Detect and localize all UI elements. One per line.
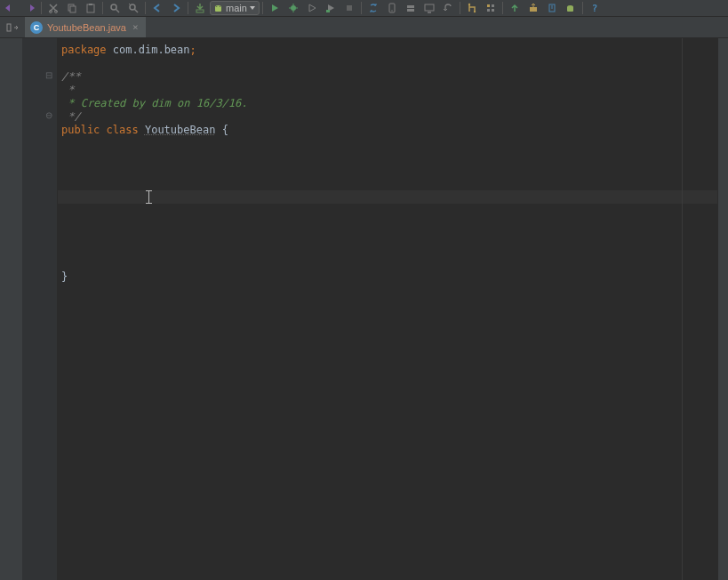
structure-icon[interactable] xyxy=(482,1,500,15)
svg-rect-3 xyxy=(70,6,76,12)
close-tab-icon[interactable]: × xyxy=(131,21,140,33)
svg-point-11 xyxy=(216,6,217,7)
right-margin-line xyxy=(682,38,683,580)
code-line[interactable] xyxy=(58,150,717,164)
svg-rect-18 xyxy=(326,10,330,12)
build-icon[interactable] xyxy=(191,1,209,15)
code-line[interactable]: } xyxy=(58,270,717,284)
separator xyxy=(361,2,362,14)
sdk-icon[interactable] xyxy=(402,1,420,15)
separator xyxy=(102,2,103,14)
editor-tab-strip: C YoutubeBean.java × xyxy=(0,17,728,38)
help-icon[interactable]: ? xyxy=(586,1,604,15)
paste-icon[interactable] xyxy=(82,1,100,15)
class-file-icon: C xyxy=(30,21,43,34)
svg-line-7 xyxy=(116,9,119,12)
separator xyxy=(188,2,188,14)
code-line[interactable]: * Created by dim on 16/3/16. xyxy=(58,97,717,110)
svg-point-26 xyxy=(468,4,470,5)
separator xyxy=(582,2,583,14)
separator xyxy=(145,2,146,14)
avd-icon[interactable] xyxy=(383,1,401,15)
cut-icon[interactable] xyxy=(44,1,62,15)
redo-icon[interactable] xyxy=(20,1,38,15)
separator xyxy=(460,2,460,14)
fold-toggle-icon[interactable]: ⊟ xyxy=(45,70,52,80)
svg-rect-32 xyxy=(530,7,537,12)
sync-icon[interactable] xyxy=(364,1,382,15)
svg-rect-4 xyxy=(87,4,94,12)
svg-rect-37 xyxy=(7,24,11,31)
svg-rect-22 xyxy=(407,5,414,8)
run-icon[interactable] xyxy=(266,1,284,15)
code-line[interactable] xyxy=(58,244,717,257)
separator xyxy=(262,2,263,14)
code-line[interactable] xyxy=(58,164,717,177)
forward-icon[interactable] xyxy=(167,1,185,15)
copy-icon[interactable] xyxy=(63,1,81,15)
android-device-icon[interactable] xyxy=(562,1,580,15)
tab-label: YoutubeBean.java xyxy=(47,22,126,33)
svg-point-27 xyxy=(474,11,476,12)
commit-icon[interactable] xyxy=(524,1,542,15)
run-config-selector[interactable]: main xyxy=(210,1,260,15)
update-icon[interactable] xyxy=(506,1,524,15)
svg-rect-24 xyxy=(425,4,434,11)
undo-icon[interactable] xyxy=(2,1,20,15)
svg-rect-23 xyxy=(407,9,414,12)
vcs-icon[interactable] xyxy=(463,1,481,15)
stop-icon[interactable] xyxy=(340,1,358,15)
separator xyxy=(41,2,42,14)
svg-rect-19 xyxy=(347,5,352,11)
chevron-down-icon xyxy=(250,6,255,10)
svg-rect-30 xyxy=(487,9,490,12)
code-line[interactable] xyxy=(58,257,717,270)
svg-point-21 xyxy=(391,10,392,11)
config-label: main xyxy=(226,3,247,13)
editor-tab[interactable]: C YoutubeBean.java × xyxy=(25,17,147,37)
svg-rect-10 xyxy=(196,10,204,12)
revert-icon[interactable] xyxy=(439,1,457,15)
code-line[interactable]: */ xyxy=(58,110,717,124)
replace-icon[interactable] xyxy=(124,1,142,15)
code-line[interactable] xyxy=(58,177,717,190)
code-line[interactable]: package com.dim.bean; xyxy=(58,44,717,57)
project-pane-toggle[interactable] xyxy=(0,17,25,37)
code-editor[interactable]: package com.dim.bean;/** * * Created by … xyxy=(58,38,717,580)
editor-area: ⊟⊖ package com.dim.bean;/** * * Created … xyxy=(0,38,728,580)
svg-line-9 xyxy=(134,9,138,12)
code-line[interactable] xyxy=(58,190,717,204)
svg-rect-28 xyxy=(487,4,490,7)
debug-icon[interactable] xyxy=(284,1,302,15)
fold-toggle-icon[interactable]: ⊖ xyxy=(45,110,52,120)
attach-icon[interactable] xyxy=(322,1,340,15)
left-margin xyxy=(0,38,22,580)
code-line[interactable] xyxy=(58,217,717,230)
main-toolbar: main ? xyxy=(0,0,728,17)
history-icon[interactable] xyxy=(543,1,561,15)
svg-rect-31 xyxy=(492,9,494,12)
gutter[interactable]: ⊟⊖ xyxy=(22,38,58,580)
code-line[interactable] xyxy=(58,57,717,70)
error-stripe[interactable] xyxy=(717,38,728,580)
code-line[interactable]: public class YoutubeBean { xyxy=(58,124,717,137)
separator xyxy=(502,2,503,14)
android-icon xyxy=(213,4,223,13)
svg-rect-29 xyxy=(492,4,494,7)
code-line[interactable] xyxy=(58,137,717,150)
svg-point-13 xyxy=(291,5,296,11)
code-line[interactable]: /** xyxy=(58,70,717,84)
svg-point-12 xyxy=(220,6,220,7)
svg-text:?: ? xyxy=(592,3,598,13)
back-icon[interactable] xyxy=(148,1,166,15)
find-icon[interactable] xyxy=(106,1,124,15)
code-line[interactable]: * xyxy=(58,84,717,97)
code-line[interactable] xyxy=(58,204,717,217)
monitor-icon[interactable] xyxy=(420,1,438,15)
text-caret xyxy=(148,190,149,204)
run-coverage-icon[interactable] xyxy=(303,1,321,15)
code-line[interactable] xyxy=(58,230,717,244)
svg-rect-5 xyxy=(89,4,92,5)
